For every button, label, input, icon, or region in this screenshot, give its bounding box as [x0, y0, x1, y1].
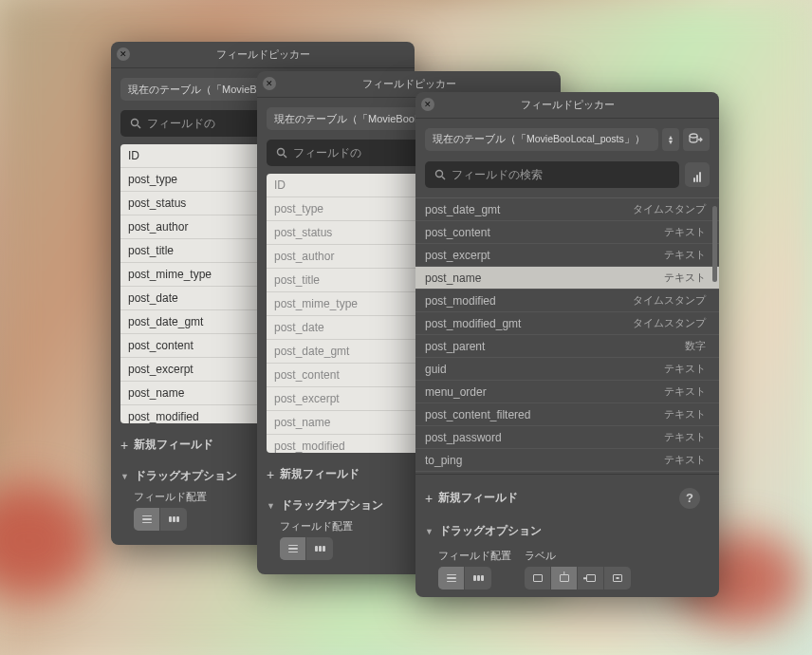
field-row[interactable]: menu_orderテキスト	[415, 381, 719, 403]
field-row[interactable]: guidテキスト	[415, 358, 719, 381]
field-placement-segment[interactable]	[438, 567, 491, 590]
field-type: テキスト	[664, 430, 706, 444]
field-row[interactable]: post_excerptテキスト	[415, 244, 719, 267]
field-name: post_password	[425, 431, 502, 444]
field-row[interactable]: post_parent数字	[415, 335, 719, 358]
new-field-button[interactable]: + 新規フィールド ?	[425, 484, 710, 510]
plus-icon: +	[267, 467, 274, 482]
lines-horizontal-icon	[315, 546, 325, 552]
svg-point-2	[278, 149, 285, 156]
label-inside-button[interactable]	[604, 567, 631, 590]
new-field-label: 新規フィールド	[438, 490, 518, 506]
field-placement-segment[interactable]	[280, 537, 333, 560]
field-row[interactable]: post_nameテキスト	[415, 267, 719, 290]
scrollbar-thumb[interactable]	[712, 206, 717, 282]
field-name: guid	[425, 363, 447, 376]
field-name: post_name	[425, 271, 481, 285]
disclosure-triangle-icon: ▼	[425, 527, 434, 536]
field-type: 数字	[685, 339, 706, 353]
svg-line-1	[138, 125, 140, 128]
window-title: フィールドピッカー	[415, 92, 719, 119]
field-picker-panel-3: ✕ フィールドピッカー 現在のテーブル（「MovieBooLocal_posts…	[415, 92, 719, 597]
plus-icon: +	[120, 438, 128, 453]
field-row[interactable]: to_pingテキスト	[415, 449, 719, 472]
field-row[interactable]: post_modifiedタイムスタンプ	[415, 290, 719, 312]
field-row[interactable]: post_passwordテキスト	[415, 426, 719, 449]
field-type: テキスト	[664, 453, 706, 467]
field-type: タイムスタンプ	[633, 316, 706, 330]
manage-db-button[interactable]	[683, 128, 710, 151]
placement-vertical-button[interactable]	[438, 567, 465, 590]
svg-point-5	[436, 171, 443, 178]
field-name: post_content_filtered	[425, 408, 530, 421]
label-top-button[interactable]	[551, 567, 578, 590]
field-row[interactable]: post_date_gmtタイムスタンプ	[415, 198, 719, 221]
field-row[interactable]: post_contentテキスト	[415, 221, 719, 244]
field-type: テキスト	[664, 271, 706, 285]
field-row[interactable]: post_content_filteredテキスト	[415, 403, 719, 426]
search-icon	[434, 169, 446, 180]
lines-vertical-icon	[288, 545, 298, 553]
search-input[interactable]: フィールドの検索	[425, 161, 679, 188]
search-placeholder: フィールドの検索	[452, 167, 543, 183]
label-left-button[interactable]	[578, 567, 604, 590]
lines-horizontal-icon	[473, 575, 484, 581]
placement-horizontal-button[interactable]	[160, 508, 187, 531]
placement-horizontal-button[interactable]	[465, 567, 491, 590]
disclosure-triangle-icon: ▼	[267, 501, 275, 511]
chevron-updown-icon[interactable]: ▲▼	[662, 128, 679, 151]
field-name: post_content	[425, 226, 490, 239]
field-type: テキスト	[664, 225, 706, 239]
field-name: post_modified_gmt	[425, 317, 521, 330]
label-caption: ラベル	[525, 549, 631, 563]
search-placeholder: フィールドの	[147, 116, 215, 132]
field-type: テキスト	[664, 384, 706, 399]
lines-horizontal-icon	[169, 516, 179, 522]
svg-point-0	[132, 120, 138, 126]
placement-horizontal-button[interactable]	[306, 537, 333, 560]
search-icon	[276, 147, 287, 159]
lines-vertical-icon	[447, 574, 456, 583]
field-row[interactable]: pingedテキスト	[415, 472, 719, 475]
placement-vertical-button[interactable]	[134, 508, 160, 531]
table-select-dropdown[interactable]: 現在のテーブル（「MovieBooLocal_posts」）	[425, 128, 658, 151]
svg-line-6	[442, 177, 445, 179]
field-name: to_ping	[425, 454, 462, 467]
label-style-segment[interactable]	[525, 567, 631, 590]
close-icon[interactable]: ✕	[117, 47, 130, 61]
close-icon[interactable]: ✕	[421, 98, 434, 111]
new-field-label: 新規フィールド	[280, 466, 360, 482]
field-placement-segment[interactable]	[134, 508, 187, 531]
field-name: post_excerpt	[425, 249, 490, 262]
placement-vertical-button[interactable]	[280, 537, 306, 560]
field-name: post_date_gmt	[425, 203, 500, 216]
box-left-icon	[586, 574, 596, 582]
close-icon[interactable]: ✕	[263, 77, 276, 90]
sort-button[interactable]	[685, 162, 710, 187]
field-type: テキスト	[664, 362, 706, 376]
disclosure-triangle-icon: ▼	[120, 472, 129, 481]
field-name: post_modified	[425, 294, 496, 308]
field-type: タイムスタンプ	[633, 202, 706, 216]
help-button[interactable]: ?	[679, 488, 700, 509]
box-top-icon	[560, 574, 569, 582]
field-type: テキスト	[664, 407, 706, 421]
svg-line-3	[284, 155, 286, 158]
search-placeholder: フィールドの	[293, 145, 361, 161]
drag-options-label: ドラッグオプション	[439, 523, 542, 539]
field-name: menu_order	[425, 385, 487, 399]
window-title: フィールドピッカー	[111, 42, 415, 68]
field-type: テキスト	[664, 248, 706, 262]
new-field-label: 新規フィールド	[134, 437, 213, 453]
field-row[interactable]: post_modified_gmtタイムスタンプ	[415, 312, 719, 335]
field-placement-label: フィールド配置	[438, 549, 511, 563]
drag-options-label: ドラッグオプション	[281, 497, 383, 514]
drag-options-toggle[interactable]: ▼ ドラッグオプション	[425, 523, 710, 539]
drag-options-label: ドラッグオプション	[135, 468, 237, 484]
field-list[interactable]: post_date_gmtタイムスタンプpost_contentテキストpost…	[415, 197, 719, 475]
field-type: タイムスタンプ	[633, 293, 706, 308]
box-inside-icon	[613, 574, 622, 582]
box-icon	[533, 574, 543, 582]
database-arrow-icon	[689, 133, 704, 146]
label-none-button[interactable]	[525, 567, 551, 590]
